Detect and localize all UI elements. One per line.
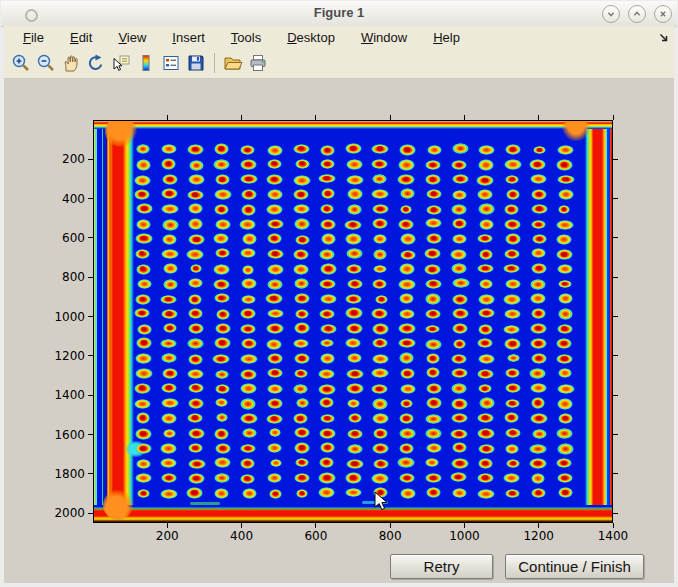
dock-figure-icon[interactable] xyxy=(658,30,670,48)
spot xyxy=(400,205,412,214)
spot xyxy=(371,308,388,318)
spot xyxy=(531,189,548,200)
menu-bar: FileEditViewInsertToolsDesktopWindowHelp xyxy=(4,26,674,48)
spot xyxy=(318,472,336,483)
spot xyxy=(399,352,414,363)
insert-legend-icon[interactable] xyxy=(159,51,183,76)
spot xyxy=(295,235,311,246)
spot xyxy=(372,398,388,410)
spot xyxy=(345,307,362,318)
spot xyxy=(556,458,571,468)
zoom-out-icon[interactable] xyxy=(34,51,58,76)
y-tick-mark xyxy=(88,473,93,474)
x-tick-mark-top xyxy=(613,115,614,120)
spot xyxy=(266,323,284,334)
spot xyxy=(452,294,468,304)
menu-file[interactable]: File xyxy=(10,28,57,47)
spot xyxy=(135,428,152,440)
spot xyxy=(400,188,415,199)
close-button[interactable] xyxy=(654,5,672,23)
spot xyxy=(452,488,467,499)
x-tick-mark-top xyxy=(241,115,242,120)
spot xyxy=(505,175,519,184)
spot xyxy=(270,459,282,468)
y-tick-mark-right xyxy=(613,513,618,514)
spot xyxy=(558,487,574,498)
x-tick-mark xyxy=(464,523,465,528)
spot xyxy=(479,249,494,261)
spot xyxy=(136,337,153,348)
spot xyxy=(160,295,178,305)
menu-tools[interactable]: Tools xyxy=(218,28,274,47)
spot xyxy=(134,189,151,200)
spot xyxy=(477,189,493,200)
spot xyxy=(346,159,363,170)
spot xyxy=(530,293,547,304)
spot xyxy=(504,338,521,350)
x-tick-label: 800 xyxy=(360,529,420,543)
spot xyxy=(557,264,573,274)
spot xyxy=(136,264,151,275)
title-bar[interactable]: Figure 1 xyxy=(1,1,677,27)
spot xyxy=(345,233,362,244)
save-figure-icon[interactable] xyxy=(184,51,208,76)
spot xyxy=(212,354,230,364)
spot xyxy=(188,398,204,409)
spot xyxy=(478,294,495,305)
spot xyxy=(476,175,493,186)
spot xyxy=(348,413,363,423)
menu-desktop[interactable]: Desktop xyxy=(274,28,348,47)
menu-help[interactable]: Help xyxy=(420,28,473,47)
menu-edit[interactable]: Edit xyxy=(57,28,105,47)
spot xyxy=(451,398,468,409)
spot xyxy=(557,443,574,454)
spot xyxy=(503,264,519,274)
spot xyxy=(477,473,494,484)
print-figure-icon[interactable] xyxy=(246,51,270,76)
y-tick-mark-right xyxy=(613,159,618,160)
y-tick-label: 1400 xyxy=(43,388,85,402)
spot xyxy=(240,248,256,258)
x-tick-mark xyxy=(613,523,614,528)
y-tick-mark-right xyxy=(613,355,618,356)
y-tick-label: 1000 xyxy=(43,310,85,324)
menu-insert[interactable]: Insert xyxy=(159,28,218,47)
spot xyxy=(240,174,258,184)
insert-colorbar-icon[interactable] xyxy=(134,51,158,76)
spot xyxy=(240,444,256,454)
spot xyxy=(161,353,176,364)
spot xyxy=(346,175,364,185)
spot xyxy=(451,263,467,274)
spot xyxy=(269,489,283,498)
y-tick-mark xyxy=(88,237,93,238)
mouse-cursor-icon xyxy=(374,491,389,516)
spot xyxy=(347,204,362,214)
spot xyxy=(398,279,416,290)
spot xyxy=(186,487,203,498)
spot xyxy=(136,144,151,154)
scan-image[interactable] xyxy=(93,120,613,523)
spot xyxy=(557,324,573,334)
zoom-in-icon[interactable] xyxy=(9,51,33,76)
minimize-button[interactable] xyxy=(602,5,620,23)
spot xyxy=(188,234,205,245)
y-tick-label: 1800 xyxy=(43,467,85,481)
spot xyxy=(267,353,283,364)
menu-view[interactable]: View xyxy=(105,28,159,47)
retry-button[interactable]: Retry xyxy=(390,554,493,579)
data-cursor-icon[interactable] xyxy=(109,51,133,76)
menu-window[interactable]: Window xyxy=(348,28,420,47)
continue-finish-button[interactable]: Continue / Finish xyxy=(505,554,644,579)
spot xyxy=(215,398,228,407)
spot xyxy=(531,473,546,484)
maximize-button[interactable] xyxy=(628,5,646,23)
rotate-3d-icon[interactable] xyxy=(84,51,108,76)
spot xyxy=(321,233,336,244)
spot xyxy=(451,368,468,378)
pan-icon[interactable] xyxy=(59,51,83,76)
spot xyxy=(504,204,520,215)
spot xyxy=(215,370,229,379)
spot xyxy=(265,293,283,304)
open-file-icon[interactable] xyxy=(221,51,245,76)
spot xyxy=(267,279,283,290)
